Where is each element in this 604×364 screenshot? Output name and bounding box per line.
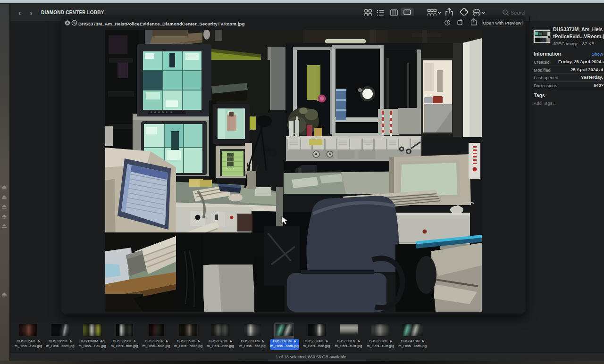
svg-text:Search: Search	[511, 10, 525, 16]
